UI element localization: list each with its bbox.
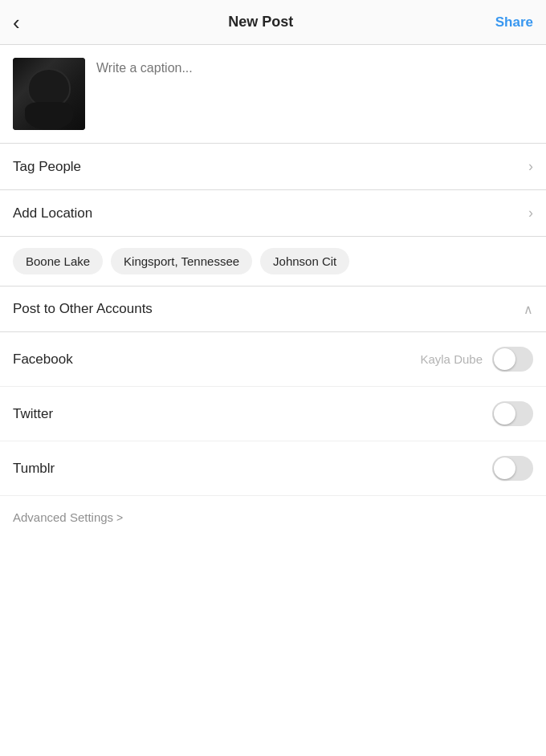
tag-people-chevron-icon: › (528, 158, 533, 175)
back-button[interactable]: ‹ (13, 9, 26, 36)
location-suggestions: Boone Lake Kingsport, Tennessee Johnson … (0, 237, 546, 287)
add-location-label: Add Location (13, 205, 92, 222)
post-to-other-accounts-section[interactable]: Post to Other Accounts ∧ (0, 287, 546, 332)
facebook-row: Facebook Kayla Dube (0, 332, 546, 387)
facebook-username: Kayla Dube (420, 352, 483, 366)
facebook-right: Kayla Dube (420, 347, 533, 372)
caption-input[interactable] (96, 58, 533, 96)
add-location-row[interactable]: Add Location › (0, 190, 546, 237)
twitter-row: Twitter (0, 387, 546, 441)
twitter-label: Twitter (13, 406, 53, 422)
advanced-settings-label: Advanced Settings (13, 510, 113, 524)
post-thumbnail (13, 58, 85, 130)
post-to-other-chevron-icon: ∧ (524, 302, 533, 317)
twitter-toggle[interactable] (492, 401, 533, 426)
share-button[interactable]: Share (495, 14, 533, 30)
add-location-chevron-icon: › (528, 205, 533, 222)
location-chip-0[interactable]: Boone Lake (13, 248, 103, 274)
tag-people-label: Tag People (13, 159, 81, 175)
tumblr-toggle[interactable] (492, 456, 533, 481)
app-header: ‹ New Post Share (0, 0, 546, 45)
cat-image (13, 58, 85, 130)
facebook-label: Facebook (13, 352, 73, 368)
twitter-right (492, 401, 533, 426)
tumblr-label: Tumblr (13, 461, 55, 477)
caption-section (0, 45, 546, 144)
advanced-settings-row[interactable]: Advanced Settings > (0, 496, 546, 539)
tag-people-row[interactable]: Tag People › (0, 144, 546, 190)
page-title: New Post (228, 14, 293, 30)
post-to-other-accounts-label: Post to Other Accounts (13, 301, 153, 317)
tumblr-right (492, 456, 533, 481)
advanced-settings-chevron-icon: > (116, 511, 123, 524)
tumblr-row: Tumblr (0, 441, 546, 496)
facebook-toggle[interactable] (492, 347, 533, 372)
location-chip-2[interactable]: Johnson Cit (260, 248, 349, 274)
location-chip-1[interactable]: Kingsport, Tennessee (111, 248, 252, 274)
